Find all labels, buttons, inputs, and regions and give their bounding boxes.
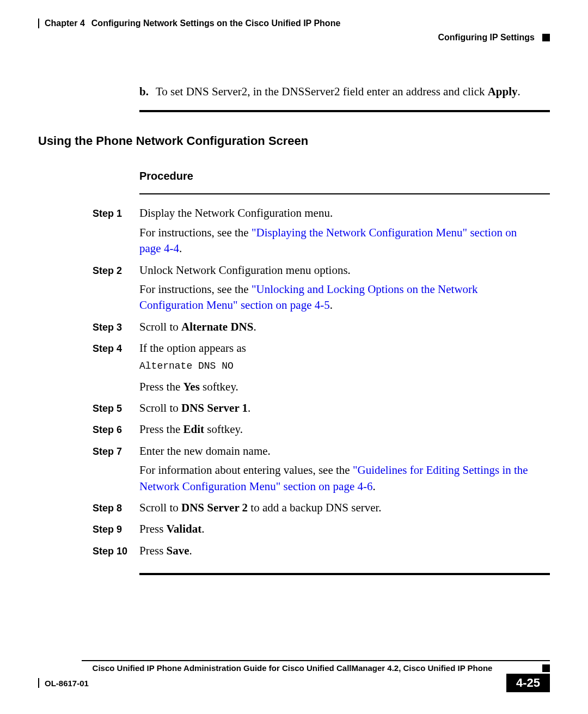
step-6-bold: Edit xyxy=(183,423,205,436)
step-label: Step 1 xyxy=(93,205,139,260)
step-label: Step 3 xyxy=(93,319,139,338)
step-body: Enter the new domain name. For informati… xyxy=(139,443,550,498)
step-10-text: Press Save. xyxy=(139,543,539,559)
step-body: If the option appears as Alternate DNS N… xyxy=(139,340,550,398)
horizontal-rule-icon xyxy=(139,573,550,575)
step-4-mono: Alternate DNS NO xyxy=(139,359,539,373)
page-number: 4-25 xyxy=(506,674,550,692)
step-10-after: . xyxy=(189,544,192,557)
content-area: b. To set DNS Server2, in the DNSServer2… xyxy=(38,51,550,575)
step-body: Press Save. xyxy=(139,543,550,562)
step-1: Step 1 Display the Network Configuration… xyxy=(93,205,550,260)
step-label: Step 7 xyxy=(93,443,139,498)
footer-row-2: OL-8617-01 4-25 xyxy=(38,674,550,692)
step-8-before: Scroll to xyxy=(139,501,181,514)
step-label: Step 6 xyxy=(93,422,139,441)
step-7: Step 7 Enter the new domain name. For in… xyxy=(93,443,550,498)
step-8-text: Scroll to DNS Server 2 to add a backup D… xyxy=(139,500,539,516)
step-1-p2: For instructions, see the "Displaying th… xyxy=(139,225,539,257)
step-1-p2-after: . xyxy=(179,242,182,255)
footer-row-1: Cisco Unified IP Phone Administration Gu… xyxy=(38,663,550,673)
step-3: Step 3 Scroll to Alternate DNS. xyxy=(93,319,550,338)
step-3-after: . xyxy=(253,320,256,333)
step-7-p2-after: . xyxy=(372,480,375,493)
step-label: Step 2 xyxy=(93,263,139,317)
step-8-bold: DNS Server 2 xyxy=(181,501,248,514)
running-footer: Cisco Unified IP Phone Administration Gu… xyxy=(38,660,550,692)
header-top-row: Chapter 4 Configuring Network Settings o… xyxy=(38,19,550,28)
step-1-p1: Display the Network Configuration menu. xyxy=(139,205,539,221)
item-b-text: To set DNS Server2, in the DNSServer2 fi… xyxy=(156,85,488,98)
step-9-after: . xyxy=(201,522,204,535)
step-9-text: Press Validat. xyxy=(139,521,539,537)
list-marker-b: b. xyxy=(139,84,156,99)
step-5-bold: DNS Server 1 xyxy=(181,401,248,414)
footer-doc-id: OL-8617-01 xyxy=(45,679,89,688)
step-3-bold: Alternate DNS xyxy=(181,320,253,333)
step-2-p2-after: . xyxy=(330,298,333,312)
step-7-p1: Enter the new domain name. xyxy=(139,443,539,459)
step-4: Step 4 If the option appears as Alternat… xyxy=(93,340,550,398)
footer-rule-icon xyxy=(82,660,550,661)
chapter-title: Configuring Network Settings on the Cisc… xyxy=(91,19,341,28)
step-7-p2: For information about entering values, s… xyxy=(139,462,539,495)
step-6: Step 6 Press the Edit softkey. xyxy=(93,422,550,441)
step-body: Press the Edit softkey. xyxy=(139,422,550,441)
step-4-p3: Press the Yes softkey. xyxy=(139,379,539,395)
step-5: Step 5 Scroll to DNS Server 1. xyxy=(93,400,550,419)
step-2-p1: Unlock Network Configuration menu option… xyxy=(139,263,539,278)
step-label: Step 4 xyxy=(93,340,139,398)
step-4-p3-after: softkey. xyxy=(200,380,238,393)
step-label: Step 10 xyxy=(93,543,139,562)
step-5-before: Scroll to xyxy=(139,401,181,414)
step-body: Display the Network Configuration menu. … xyxy=(139,205,550,260)
step-label: Step 9 xyxy=(93,521,139,540)
running-header: Chapter 4 Configuring Network Settings o… xyxy=(38,19,550,51)
step-body: Scroll to DNS Server 2 to add a backup D… xyxy=(139,500,550,519)
item-b-period: . xyxy=(518,85,520,98)
header-square-icon xyxy=(542,34,550,41)
horizontal-rule-icon xyxy=(139,193,550,194)
steps-list: Step 1 Display the Network Configuration… xyxy=(93,205,550,562)
step-3-before: Scroll to xyxy=(139,320,181,333)
step-2: Step 2 Unlock Network Configuration menu… xyxy=(93,263,550,317)
step-9: Step 9 Press Validat. xyxy=(93,521,550,540)
step-2-p2-before: For instructions, see the xyxy=(139,283,252,296)
step-5-text: Scroll to DNS Server 1. xyxy=(139,400,539,416)
step-7-p2-before: For information about entering values, s… xyxy=(139,463,353,477)
list-item-b-text: To set DNS Server2, in the DNSServer2 fi… xyxy=(156,84,550,99)
list-item-b: b. To set DNS Server2, in the DNSServer2… xyxy=(139,84,550,99)
step-label: Step 5 xyxy=(93,400,139,419)
item-b-bold: Apply xyxy=(488,85,518,98)
footer-book-title: Cisco Unified IP Phone Administration Gu… xyxy=(46,663,539,673)
horizontal-rule-icon xyxy=(139,110,550,112)
step-3-text: Scroll to Alternate DNS. xyxy=(139,319,539,335)
header-sub-row: Configuring IP Settings xyxy=(38,33,550,42)
step-4-p3-before: Press the xyxy=(139,380,183,393)
step-4-p1: If the option appears as xyxy=(139,340,539,356)
step-body: Scroll to DNS Server 1. xyxy=(139,400,550,419)
step-5-after: . xyxy=(248,401,250,414)
step-10-bold: Save xyxy=(167,544,189,557)
step-1-p2-before: For instructions, see the xyxy=(139,226,252,239)
step-10: Step 10 Press Save. xyxy=(93,543,550,562)
step-8-after: to add a backup DNS server. xyxy=(248,501,382,514)
header-section-title: Configuring IP Settings xyxy=(438,33,535,42)
step-10-before: Press xyxy=(139,544,167,557)
footer-vertical-bar-icon xyxy=(38,678,39,688)
step-8: Step 8 Scroll to DNS Server 2 to add a b… xyxy=(93,500,550,519)
step-body: Press Validat. xyxy=(139,521,550,540)
step-6-after: softkey. xyxy=(204,423,243,436)
section-heading: Using the Phone Network Configuration Sc… xyxy=(38,134,550,148)
footer-square-icon xyxy=(542,664,550,672)
step-9-before: Press xyxy=(139,522,167,535)
step-body: Scroll to Alternate DNS. xyxy=(139,319,550,338)
chapter-label: Chapter 4 xyxy=(45,19,85,28)
step-label: Step 8 xyxy=(93,500,139,519)
step-9-bold: Validat xyxy=(167,522,202,535)
footer-doc-id-wrap: OL-8617-01 xyxy=(38,678,89,688)
step-2-p2: For instructions, see the "Unlocking and… xyxy=(139,282,539,314)
page: Chapter 4 Configuring Network Settings o… xyxy=(0,0,588,714)
procedure-label: Procedure xyxy=(139,170,550,182)
step-4-p3-bold: Yes xyxy=(183,380,200,393)
